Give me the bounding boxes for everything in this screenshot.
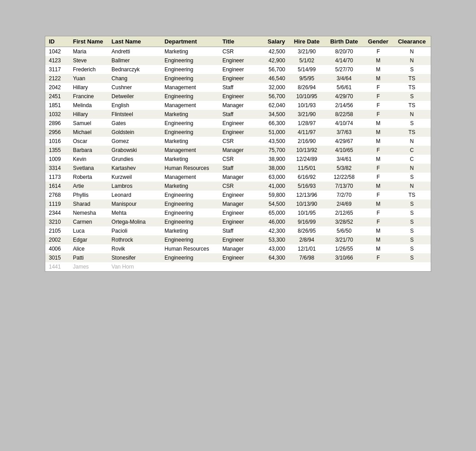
table-cell: F [363,101,393,110]
table-cell: Flintsteel [108,110,161,119]
table-cell: 1355 [45,146,69,155]
table-cell: Engineer [219,191,257,199]
table-cell: Human Resources [161,164,219,173]
table-cell: Hillary [69,110,108,119]
table-row: 1851MelindaEnglishManagementManager62,04… [45,101,431,110]
col-header-salary: Salary [257,36,289,47]
table-cell: Grabowski [108,146,161,155]
table-cell: 3/7/63 [325,128,363,137]
table-cell: Marketing [161,182,219,191]
table-cell: Melinda [69,101,108,110]
table-cell: Sharad [69,199,108,208]
table-cell: Barbara [69,146,108,155]
table-cell: 66,300 [257,119,289,128]
table-cell: Management [161,83,219,92]
table-cell: Patti [69,253,108,262]
table-cell: 5/3/82 [325,164,363,173]
table-cell: 8/26/95 [289,226,325,235]
table-cell: Pacioli [108,226,161,235]
table-cell: 3/21/90 [289,47,325,56]
table-cell: F [363,83,393,92]
table-cell: 3/21/90 [289,110,325,119]
table-cell: 43,000 [257,244,289,253]
table-cell: Luca [69,226,108,235]
table-cell: 1016 [45,137,69,146]
table-cell: N [393,56,431,65]
table-cell: 4/11/97 [289,128,325,137]
table-cell: 42,900 [257,56,289,65]
table-cell: M [363,199,393,208]
table-cell: Manager [219,146,257,155]
table-cell: 34,500 [257,110,289,119]
table-cell: Engineering [161,235,219,244]
table-row: 1173RobertaKurzweilManagementManager63,0… [45,173,431,182]
table-cell: 3/4/64 [325,74,363,83]
table-cell: Yuan [69,74,108,83]
table-cell: 5/14/99 [289,65,325,74]
table-cell [219,262,257,271]
table-row: 3314SvetlanaKartashevHuman ResourcesStaf… [45,164,431,173]
table-cell: 10/1/93 [289,101,325,110]
table-cell: M [363,244,393,253]
table-cell: N [393,137,431,146]
table-cell: 2896 [45,119,69,128]
table-cell: S [393,208,431,217]
table-cell: 43,500 [257,137,289,146]
table-cell: Management [161,173,219,182]
table-cell [363,262,393,271]
employee-table: ID First Name Last Name Department Title… [45,36,431,271]
table-cell: C [393,155,431,164]
table-cell: N [393,47,431,56]
table-cell: 3117 [45,65,69,74]
table-cell: Ballmer [108,56,161,65]
table-cell: 10/1/95 [289,208,325,217]
table-cell: F [363,110,393,119]
table-row: 3015PattiStonesiferEngineeringEngineer64… [45,253,431,262]
table-cell: 42,300 [257,226,289,235]
table-cell: Lambros [108,182,161,191]
table-row: 1441JamesVan Horn [45,262,431,271]
table-cell: Hillary [69,83,108,92]
table-cell: 4123 [45,56,69,65]
table-cell: 63,000 [257,173,289,182]
table-cell: 2451 [45,92,69,101]
table-cell: 3210 [45,217,69,226]
table-cell: Marketing [161,47,219,56]
table-cell: 4/10/74 [325,119,363,128]
table-cell: Engineering [161,119,219,128]
table-cell: CSR [219,182,257,191]
table-cell: Kartashev [108,164,161,173]
table-row: 1032HillaryFlintsteelMarketingStaff34,50… [45,110,431,119]
table-row: 4006AliceRovikHuman ResourcesManager43,0… [45,244,431,253]
table-cell: C [393,146,431,155]
table-cell: Staff [219,110,257,119]
table-cell: Engineering [161,208,219,217]
table-cell: M [363,137,393,146]
table-cell: 3/4/61 [325,155,363,164]
table-cell: 1/26/55 [325,244,363,253]
table-cell: M [363,128,393,137]
table-cell: Marketing [161,155,219,164]
table-cell: 54,500 [257,199,289,208]
table-cell: Staff [219,83,257,92]
table-cell: 4/29/70 [325,92,363,101]
table-row: 2042HillaryCushnerManagementStaff32,0008… [45,83,431,92]
table-cell: Alice [69,244,108,253]
table-cell: 9/16/99 [289,217,325,226]
col-header-birthdate: Birth Date [325,36,363,47]
table-cell: 62,040 [257,101,289,110]
table-cell: Roberta [69,173,108,182]
table-cell: Svetlana [69,164,108,173]
table-row: 2122YuanChangEngineeringEngineer46,5409/… [45,74,431,83]
table-cell: S [393,92,431,101]
table-cell: 3015 [45,253,69,262]
table-cell: 1614 [45,182,69,191]
table-cell: 56,700 [257,92,289,101]
table-cell: S [393,226,431,235]
table-cell: Maria [69,47,108,56]
table-cell: 2768 [45,191,69,199]
table-cell: Engineering [161,65,219,74]
page-container: ID First Name Last Name Department Title… [0,0,476,451]
col-header-title: Title [219,36,257,47]
table-cell: Bednarczyk [108,65,161,74]
